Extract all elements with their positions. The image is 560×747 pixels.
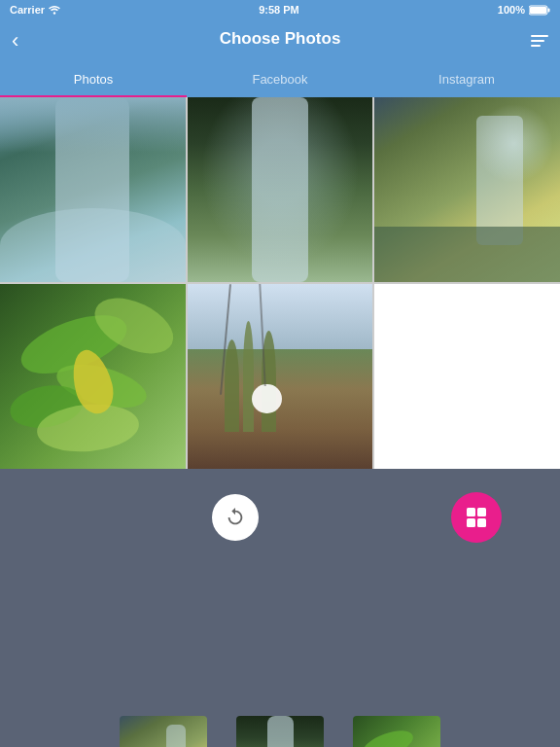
photo-cell-3[interactable] bbox=[374, 97, 560, 282]
thumb-img-1 bbox=[120, 716, 207, 747]
photo-3 bbox=[374, 97, 560, 282]
photo-5 bbox=[188, 284, 373, 469]
photo-4 bbox=[0, 284, 186, 469]
status-battery: 100% bbox=[498, 4, 550, 16]
photo-cell-5[interactable] bbox=[188, 284, 373, 469]
svg-rect-5 bbox=[477, 508, 486, 516]
photo-cell-2[interactable] bbox=[188, 97, 373, 282]
nav-bar: ‹ Choose Photos bbox=[0, 19, 560, 62]
status-time: 9:58 PM bbox=[259, 4, 299, 16]
thumb-img-3 bbox=[353, 716, 440, 747]
photo-1 bbox=[0, 97, 186, 282]
thumbnail-1[interactable]: ✕ bbox=[120, 716, 207, 747]
tab-photos[interactable]: Photos bbox=[0, 62, 187, 97]
svg-rect-4 bbox=[467, 508, 475, 516]
svg-rect-6 bbox=[467, 518, 475, 527]
photo-grid bbox=[0, 97, 560, 469]
reset-icon bbox=[225, 507, 246, 528]
back-button[interactable]: ‹ bbox=[12, 30, 18, 52]
action-row bbox=[0, 469, 560, 547]
battery-icon bbox=[529, 5, 550, 16]
tab-instagram[interactable]: Instagram bbox=[373, 62, 560, 97]
thumbnail-3[interactable]: ✕ bbox=[353, 716, 440, 747]
thumbnail-2[interactable]: ✕ bbox=[236, 716, 324, 747]
svg-rect-3 bbox=[530, 7, 546, 14]
bottom-section: ✕ ✕ ✕ bbox=[0, 469, 560, 747]
reset-button[interactable] bbox=[212, 494, 259, 541]
wifi-icon bbox=[49, 5, 60, 15]
thumbnails-row: ✕ ✕ ✕ bbox=[120, 716, 440, 747]
status-bar: Carrier 9:58 PM 100% bbox=[0, 0, 560, 19]
nav-title: Choose Photos bbox=[220, 29, 341, 49]
photo-cell-6 bbox=[374, 284, 560, 469]
svg-point-0 bbox=[53, 12, 55, 14]
status-carrier: Carrier bbox=[10, 4, 60, 16]
photo-cell-1[interactable] bbox=[0, 97, 186, 282]
menu-button[interactable] bbox=[531, 35, 548, 47]
add-icon bbox=[465, 506, 488, 529]
svg-rect-2 bbox=[547, 8, 549, 12]
svg-rect-7 bbox=[477, 518, 486, 527]
tab-bar: Photos Facebook Instagram bbox=[0, 62, 560, 97]
photo-2 bbox=[188, 97, 373, 282]
add-button[interactable] bbox=[451, 492, 502, 543]
photo-cell-4[interactable] bbox=[0, 284, 186, 469]
thumb-img-2 bbox=[236, 716, 324, 747]
tab-facebook[interactable]: Facebook bbox=[187, 62, 373, 97]
